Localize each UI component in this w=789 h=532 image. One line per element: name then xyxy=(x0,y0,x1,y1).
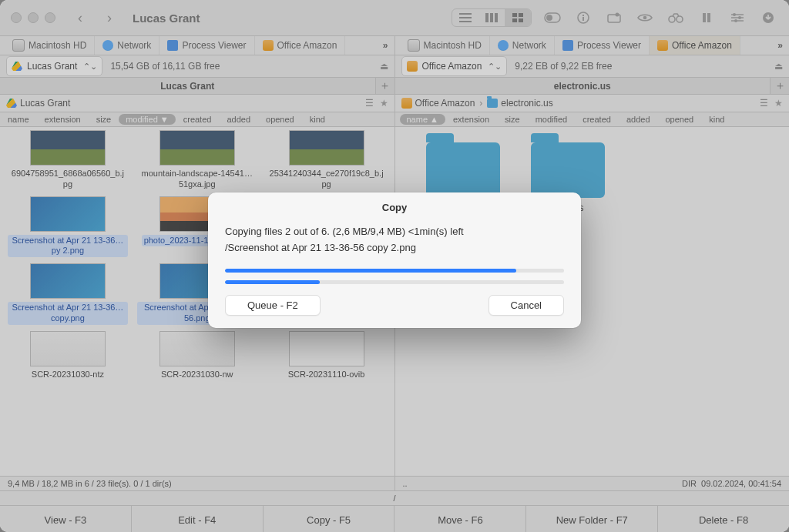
file-item[interactable]: Screenshot at Apr 21 13-36…copy.png xyxy=(5,263,131,325)
star-icon[interactable]: ★ xyxy=(380,98,388,109)
view-button[interactable]: View - F3 xyxy=(0,506,132,532)
tab-macintosh-hd[interactable]: Macintosh HD xyxy=(5,36,95,55)
col-modified-sorted[interactable]: modified ▼ xyxy=(119,114,176,125)
crumb[interactable]: electronic.us xyxy=(487,98,552,109)
col-created[interactable]: created xyxy=(575,115,619,124)
info-icon[interactable] xyxy=(573,10,593,25)
file-progress xyxy=(225,280,564,284)
col-name-sorted[interactable]: name ▲ xyxy=(400,114,445,125)
minimize-icon[interactable] xyxy=(28,12,39,23)
crumb[interactable]: Office Amazon xyxy=(401,98,475,109)
tab-label: Process Viewer xyxy=(182,40,246,51)
col-opened[interactable]: opened xyxy=(658,115,702,124)
tab-network[interactable]: Network xyxy=(95,36,159,55)
queue-button[interactable]: Queue - F2 xyxy=(225,295,321,316)
col-extension[interactable]: extension xyxy=(37,115,89,124)
pause-icon[interactable] xyxy=(697,10,717,25)
col-extension[interactable]: extension xyxy=(445,115,497,124)
cancel-button[interactable]: Cancel xyxy=(489,295,564,316)
copy-button[interactable]: Copy - F5 xyxy=(264,506,395,532)
crumb[interactable]: Lucas Grant xyxy=(6,98,70,109)
tab-office-amazon[interactable]: Office Amazon xyxy=(650,36,740,55)
toggle-icon[interactable] xyxy=(542,10,562,25)
eject-icon[interactable]: ⏏ xyxy=(380,61,388,72)
delete-button[interactable]: Delete - F8 xyxy=(658,506,789,532)
view-mode-segment[interactable] xyxy=(452,8,532,27)
file-thumbnail xyxy=(30,130,106,166)
tab-network[interactable]: Network xyxy=(490,36,555,55)
add-tab-button[interactable]: ＋ xyxy=(376,78,394,94)
volume-picker[interactable]: Office Amazon ⌃⌄ xyxy=(401,56,508,76)
back-button[interactable]: ‹ xyxy=(71,8,89,27)
col-modified[interactable]: modified xyxy=(528,115,576,124)
file-item[interactable]: SCR-20231030-ntz xyxy=(5,331,131,380)
file-item[interactable]: SCR-20231110-ovib xyxy=(264,331,390,380)
file-thumbnail xyxy=(289,130,364,166)
col-kind[interactable]: kind xyxy=(302,115,333,124)
col-name[interactable]: name xyxy=(0,115,37,124)
col-added[interactable]: added xyxy=(619,115,658,124)
free-space: 9,22 EB of 9,22 EB free xyxy=(515,61,612,72)
list-icon[interactable]: ☰ xyxy=(760,98,768,109)
amazon-icon xyxy=(401,98,412,109)
col-added[interactable]: added xyxy=(219,115,258,124)
right-columns: name ▲ extension size modified created a… xyxy=(395,112,790,126)
file-item[interactable]: 25341240344_ce270f19c8_b.jpg xyxy=(264,130,390,190)
edit-button[interactable]: Edit - F4 xyxy=(132,506,264,532)
list-icon[interactable]: ☰ xyxy=(365,98,374,109)
amazon-icon xyxy=(263,40,274,51)
add-tab-button[interactable]: ＋ xyxy=(771,78,789,94)
pane-tab[interactable]: Lucas Grant xyxy=(0,78,376,94)
more-tabs-button[interactable]: » xyxy=(377,40,394,51)
col-size[interactable]: size xyxy=(89,115,119,124)
file-item[interactable]: mountain-landscape-14541…51gxa.jpg xyxy=(134,130,260,190)
file-label: SCR-20231110-ovib xyxy=(288,370,365,380)
tab-process-viewer[interactable]: Process Viewer xyxy=(159,36,254,55)
chevron-updown-icon: ⌃⌄ xyxy=(488,62,502,72)
col-kind[interactable]: kind xyxy=(701,115,732,124)
star-icon[interactable]: ★ xyxy=(774,98,783,109)
list-view-icon[interactable] xyxy=(452,9,478,26)
mini-path[interactable]: / xyxy=(0,491,789,506)
svg-rect-6 xyxy=(519,18,523,22)
binoculars-icon[interactable] xyxy=(666,10,686,25)
col-size[interactable]: size xyxy=(497,115,528,124)
chevron-updown-icon: ⌃⌄ xyxy=(83,62,97,72)
col-created[interactable]: created xyxy=(176,115,220,124)
airdrop-icon[interactable] xyxy=(604,10,624,25)
icon-view-icon[interactable] xyxy=(505,9,531,26)
tab-process-viewer[interactable]: Process Viewer xyxy=(555,36,650,55)
globe-icon xyxy=(498,40,509,51)
right-status: .. DIR 09.02.2024, 00:41:54 xyxy=(395,477,790,490)
zoom-icon[interactable] xyxy=(45,12,55,23)
eject-icon[interactable]: ⏏ xyxy=(774,61,783,72)
forward-button[interactable]: › xyxy=(100,8,119,27)
tab-macintosh-hd[interactable]: Macintosh HD xyxy=(400,36,490,55)
svg-rect-0 xyxy=(485,13,489,22)
gdrive-icon xyxy=(6,99,17,108)
download-icon[interactable] xyxy=(758,10,778,25)
settings-icon[interactable] xyxy=(727,10,747,25)
quicklook-icon[interactable] xyxy=(635,10,655,25)
file-item[interactable]: Screenshot at Apr 21 13-36…py 2.png xyxy=(5,196,131,258)
svg-point-16 xyxy=(677,16,683,22)
gdrive-icon xyxy=(12,62,22,71)
file-thumbnail xyxy=(30,196,106,232)
more-tabs-button[interactable]: » xyxy=(771,40,789,51)
svg-point-15 xyxy=(669,16,675,22)
column-view-icon[interactable] xyxy=(478,9,505,26)
app-window: ‹ › Lucas Grant Macintosh HD Network Pro… xyxy=(0,0,789,532)
traffic-lights xyxy=(11,12,55,23)
file-item[interactable]: 6904758951_6868a06560_b.jpg xyxy=(5,130,131,190)
col-opened[interactable]: opened xyxy=(258,115,302,124)
file-label: Screenshot at Apr 21 13-36…copy.png xyxy=(8,302,128,325)
file-item[interactable]: SCR-20231030-nw xyxy=(134,331,260,380)
new-folder-button[interactable]: New Folder - F7 xyxy=(526,506,658,532)
tab-office-amazon[interactable]: Office Amazon xyxy=(255,36,346,55)
tab-label: Macintosh HD xyxy=(29,40,86,51)
volume-picker[interactable]: Lucas Grant ⌃⌄ xyxy=(6,56,102,76)
item-date: 09.02.2024, 00:41:54 xyxy=(701,479,781,488)
close-icon[interactable] xyxy=(11,12,22,23)
pane-tab[interactable]: electronic.us xyxy=(395,78,771,94)
move-button[interactable]: Move - F6 xyxy=(394,506,526,532)
